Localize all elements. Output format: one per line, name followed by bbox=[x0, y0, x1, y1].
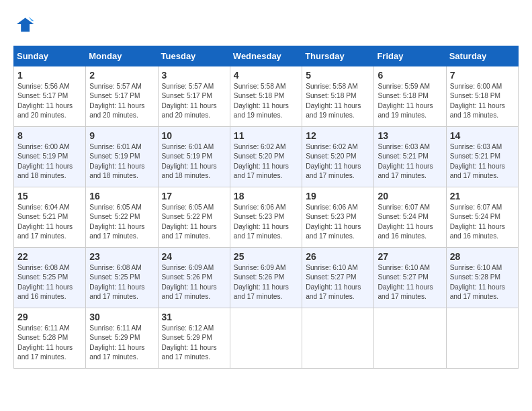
day-number: 17 bbox=[162, 191, 226, 201]
calendar-week-3: 15Sunrise: 6:04 AM Sunset: 5:21 PM Dayli… bbox=[14, 187, 519, 248]
calendar-cell: 30Sunrise: 6:11 AM Sunset: 5:29 PM Dayli… bbox=[86, 308, 158, 369]
cell-details: Sunrise: 6:09 AM Sunset: 5:26 PM Dayligh… bbox=[162, 263, 226, 302]
dow-wednesday: Wednesday bbox=[230, 46, 302, 66]
cell-details: Sunrise: 6:01 AM Sunset: 5:19 PM Dayligh… bbox=[162, 142, 226, 181]
calendar-week-2: 8Sunrise: 6:00 AM Sunset: 5:19 PM Daylig… bbox=[14, 127, 519, 187]
day-number: 20 bbox=[378, 191, 442, 201]
dow-monday: Monday bbox=[86, 46, 158, 66]
calendar-cell: 6Sunrise: 5:59 AM Sunset: 5:18 PM Daylig… bbox=[374, 66, 446, 127]
cell-details: Sunrise: 6:08 AM Sunset: 5:25 PM Dayligh… bbox=[89, 263, 154, 302]
cell-details: Sunrise: 6:03 AM Sunset: 5:21 PM Dayligh… bbox=[450, 142, 515, 181]
day-number: 30 bbox=[89, 312, 154, 322]
calendar-cell: 20Sunrise: 6:07 AM Sunset: 5:24 PM Dayli… bbox=[374, 187, 446, 248]
dow-thursday: Thursday bbox=[302, 46, 374, 66]
calendar-cell: 7Sunrise: 6:00 AM Sunset: 5:18 PM Daylig… bbox=[446, 66, 518, 127]
calendar-cell: 31Sunrise: 6:12 AM Sunset: 5:29 PM Dayli… bbox=[158, 308, 230, 369]
calendar-cell bbox=[230, 308, 302, 369]
calendar-cell: 16Sunrise: 6:05 AM Sunset: 5:22 PM Dayli… bbox=[86, 187, 158, 248]
calendar-cell: 24Sunrise: 6:09 AM Sunset: 5:26 PM Dayli… bbox=[158, 248, 230, 308]
day-number: 29 bbox=[17, 312, 82, 322]
day-number: 5 bbox=[306, 70, 370, 81]
cell-details: Sunrise: 6:12 AM Sunset: 5:29 PM Dayligh… bbox=[162, 324, 226, 362]
cell-details: Sunrise: 6:09 AM Sunset: 5:26 PM Dayligh… bbox=[234, 263, 298, 302]
calendar-week-1: 1Sunrise: 5:56 AM Sunset: 5:17 PM Daylig… bbox=[14, 66, 519, 127]
calendar-cell: 13Sunrise: 6:03 AM Sunset: 5:21 PM Dayli… bbox=[374, 127, 446, 187]
day-number: 22 bbox=[17, 251, 82, 262]
dow-tuesday: Tuesday bbox=[158, 46, 230, 66]
calendar-cell: 12Sunrise: 6:02 AM Sunset: 5:20 PM Dayli… bbox=[302, 127, 374, 187]
cell-details: Sunrise: 5:56 AM Sunset: 5:17 PM Dayligh… bbox=[17, 82, 82, 120]
calendar-cell: 9Sunrise: 6:01 AM Sunset: 5:19 PM Daylig… bbox=[86, 127, 158, 187]
cell-details: Sunrise: 6:10 AM Sunset: 5:27 PM Dayligh… bbox=[306, 263, 370, 302]
day-number: 8 bbox=[17, 130, 82, 141]
cell-details: Sunrise: 6:04 AM Sunset: 5:21 PM Dayligh… bbox=[17, 203, 82, 241]
calendar-cell: 4Sunrise: 5:58 AM Sunset: 5:18 PM Daylig… bbox=[230, 66, 302, 127]
cell-details: Sunrise: 6:11 AM Sunset: 5:29 PM Dayligh… bbox=[89, 324, 154, 362]
calendar-cell bbox=[302, 308, 374, 369]
calendar-cell: 25Sunrise: 6:09 AM Sunset: 5:26 PM Dayli… bbox=[230, 248, 302, 308]
logo bbox=[13, 13, 38, 35]
calendar-cell: 22Sunrise: 6:08 AM Sunset: 5:25 PM Dayli… bbox=[14, 248, 86, 308]
day-number: 16 bbox=[89, 191, 154, 201]
logo-icon bbox=[13, 13, 35, 35]
day-number: 6 bbox=[378, 70, 442, 81]
cell-details: Sunrise: 6:06 AM Sunset: 5:23 PM Dayligh… bbox=[306, 203, 370, 241]
day-number: 4 bbox=[234, 70, 298, 81]
cell-details: Sunrise: 6:10 AM Sunset: 5:28 PM Dayligh… bbox=[450, 263, 515, 302]
svg-marker-1 bbox=[28, 17, 34, 21]
calendar-cell: 26Sunrise: 6:10 AM Sunset: 5:27 PM Dayli… bbox=[302, 248, 374, 308]
calendar-cell: 15Sunrise: 6:04 AM Sunset: 5:21 PM Dayli… bbox=[14, 187, 86, 248]
day-number: 23 bbox=[89, 251, 154, 262]
calendar-cell: 29Sunrise: 6:11 AM Sunset: 5:28 PM Dayli… bbox=[14, 308, 86, 369]
day-number: 25 bbox=[234, 251, 298, 262]
day-number: 10 bbox=[162, 130, 226, 141]
cell-details: Sunrise: 5:58 AM Sunset: 5:18 PM Dayligh… bbox=[234, 82, 298, 120]
dow-saturday: Saturday bbox=[446, 46, 518, 66]
calendar-body: 1Sunrise: 5:56 AM Sunset: 5:17 PM Daylig… bbox=[14, 66, 519, 369]
cell-details: Sunrise: 6:03 AM Sunset: 5:21 PM Dayligh… bbox=[378, 142, 442, 181]
day-number: 1 bbox=[17, 70, 82, 81]
day-number: 24 bbox=[162, 251, 226, 262]
cell-details: Sunrise: 6:02 AM Sunset: 5:20 PM Dayligh… bbox=[234, 142, 298, 181]
dow-friday: Friday bbox=[374, 46, 446, 66]
calendar-cell: 21Sunrise: 6:07 AM Sunset: 5:24 PM Dayli… bbox=[446, 187, 518, 248]
cell-details: Sunrise: 5:57 AM Sunset: 5:17 PM Dayligh… bbox=[89, 82, 154, 120]
calendar-cell: 19Sunrise: 6:06 AM Sunset: 5:23 PM Dayli… bbox=[302, 187, 374, 248]
calendar-week-5: 29Sunrise: 6:11 AM Sunset: 5:28 PM Dayli… bbox=[14, 308, 519, 369]
day-number: 28 bbox=[450, 251, 515, 262]
calendar-cell: 17Sunrise: 6:05 AM Sunset: 5:22 PM Dayli… bbox=[158, 187, 230, 248]
calendar-cell: 23Sunrise: 6:08 AM Sunset: 5:25 PM Dayli… bbox=[86, 248, 158, 308]
cell-details: Sunrise: 6:11 AM Sunset: 5:28 PM Dayligh… bbox=[17, 324, 82, 362]
day-number: 31 bbox=[162, 312, 226, 322]
day-number: 9 bbox=[89, 130, 154, 141]
calendar-cell: 28Sunrise: 6:10 AM Sunset: 5:28 PM Dayli… bbox=[446, 248, 518, 308]
day-number: 19 bbox=[306, 191, 370, 201]
cell-details: Sunrise: 6:06 AM Sunset: 5:23 PM Dayligh… bbox=[234, 203, 298, 241]
cell-details: Sunrise: 6:00 AM Sunset: 5:18 PM Dayligh… bbox=[450, 82, 515, 120]
days-of-week-header: SundayMondayTuesdayWednesdayThursdayFrid… bbox=[14, 46, 519, 66]
day-number: 26 bbox=[306, 251, 370, 262]
calendar-cell: 1Sunrise: 5:56 AM Sunset: 5:17 PM Daylig… bbox=[14, 66, 86, 127]
calendar-cell: 2Sunrise: 5:57 AM Sunset: 5:17 PM Daylig… bbox=[86, 66, 158, 127]
calendar-cell: 8Sunrise: 6:00 AM Sunset: 5:19 PM Daylig… bbox=[14, 127, 86, 187]
cell-details: Sunrise: 5:57 AM Sunset: 5:17 PM Dayligh… bbox=[162, 82, 226, 120]
calendar-cell: 5Sunrise: 5:58 AM Sunset: 5:18 PM Daylig… bbox=[302, 66, 374, 127]
day-number: 21 bbox=[450, 191, 515, 201]
calendar-cell: 11Sunrise: 6:02 AM Sunset: 5:20 PM Dayli… bbox=[230, 127, 302, 187]
day-number: 13 bbox=[378, 130, 442, 141]
cell-details: Sunrise: 6:10 AM Sunset: 5:27 PM Dayligh… bbox=[378, 263, 442, 302]
cell-details: Sunrise: 6:02 AM Sunset: 5:20 PM Dayligh… bbox=[306, 142, 370, 181]
calendar-cell: 3Sunrise: 5:57 AM Sunset: 5:17 PM Daylig… bbox=[158, 66, 230, 127]
cell-details: Sunrise: 6:08 AM Sunset: 5:25 PM Dayligh… bbox=[17, 263, 82, 302]
day-number: 2 bbox=[89, 70, 154, 81]
calendar-table: SundayMondayTuesdayWednesdayThursdayFrid… bbox=[13, 46, 519, 369]
day-number: 18 bbox=[234, 191, 298, 201]
day-number: 7 bbox=[450, 70, 515, 81]
cell-details: Sunrise: 5:59 AM Sunset: 5:18 PM Dayligh… bbox=[378, 82, 442, 120]
day-number: 27 bbox=[378, 251, 442, 262]
dow-sunday: Sunday bbox=[14, 46, 86, 66]
calendar-week-4: 22Sunrise: 6:08 AM Sunset: 5:25 PM Dayli… bbox=[14, 248, 519, 308]
day-number: 15 bbox=[17, 191, 82, 201]
day-number: 3 bbox=[162, 70, 226, 81]
day-number: 14 bbox=[450, 130, 515, 141]
